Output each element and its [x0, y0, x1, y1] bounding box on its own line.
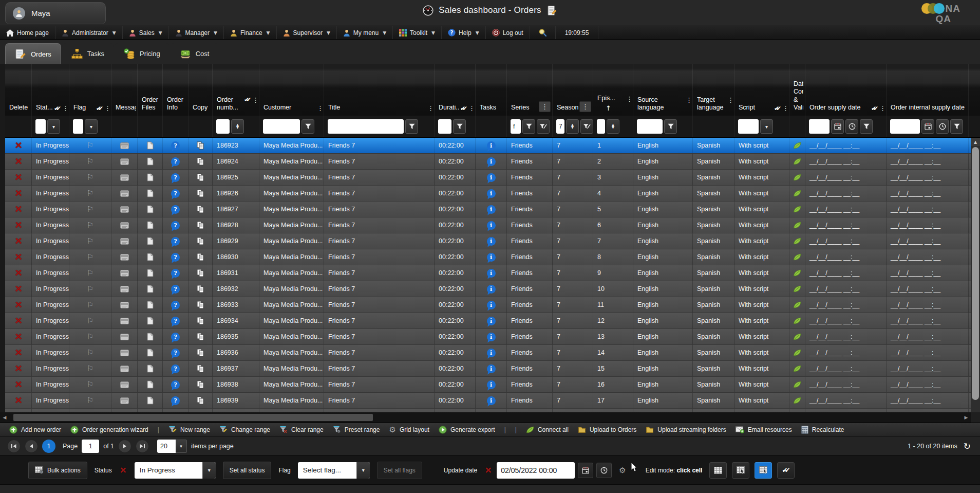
- table-row[interactable]: In Progress⚐?186938Maya Media Produ...Fr…: [5, 377, 971, 393]
- date-settings-gear-icon[interactable]: ⚙: [619, 466, 626, 475]
- tasks-info-icon[interactable]: i: [487, 141, 496, 150]
- copy-icon[interactable]: [197, 301, 204, 309]
- order-files-icon[interactable]: [147, 237, 154, 245]
- menu-item-supervisor[interactable]: Supervisor▼: [277, 26, 337, 39]
- last-page-button[interactable]: [136, 440, 149, 453]
- filter-funnel-icon[interactable]: [950, 119, 963, 134]
- delete-icon[interactable]: [14, 173, 23, 181]
- order-files-icon[interactable]: [147, 380, 154, 389]
- message-icon[interactable]: [120, 318, 129, 324]
- order-files-icon[interactable]: [147, 173, 154, 181]
- flag-icon[interactable]: ⚐: [87, 252, 93, 262]
- column-menu-icon[interactable]: ⋮: [782, 104, 787, 112]
- column-header-flag[interactable]: Flag✔✔⋮: [69, 64, 111, 116]
- vertical-scrollbar[interactable]: ▲: [971, 138, 980, 412]
- copy-icon[interactable]: [197, 285, 204, 293]
- filter-input-flag[interactable]: [73, 119, 83, 134]
- message-icon[interactable]: [120, 190, 129, 197]
- toolbar-button-grid-layout[interactable]: ⚙Grid layout: [389, 425, 429, 434]
- message-icon[interactable]: [120, 254, 129, 261]
- tasks-info-icon[interactable]: i: [487, 333, 496, 341]
- tasks-info-icon[interactable]: i: [487, 269, 496, 278]
- table-row[interactable]: In Progress⚐?186933Maya Media Produ...Fr…: [5, 297, 971, 313]
- filter-funnel-icon[interactable]: [405, 119, 418, 134]
- column-menu-icon[interactable]: ⋮: [727, 96, 732, 104]
- clear-status-icon[interactable]: [120, 466, 127, 473]
- copy-icon[interactable]: [197, 189, 204, 197]
- select-all-check-icon[interactable]: ✔✔: [460, 105, 464, 112]
- tasks-info-icon[interactable]: i: [487, 173, 496, 182]
- order-info-icon[interactable]: ?: [171, 253, 180, 262]
- delete-icon[interactable]: [14, 285, 23, 293]
- flag-icon[interactable]: ⚐: [87, 205, 93, 214]
- copy-icon[interactable]: [197, 157, 204, 166]
- select-all-check-icon[interactable]: ✔✔: [244, 96, 248, 103]
- menu-item-my-menu[interactable]: My menu▼: [337, 26, 393, 39]
- tasks-info-icon[interactable]: i: [487, 285, 496, 294]
- menu-item-administrator[interactable]: Administrator▼: [55, 26, 123, 39]
- order-files-icon[interactable]: [147, 253, 154, 261]
- prev-page-button[interactable]: [25, 440, 38, 453]
- table-row[interactable]: In Progress⚐?186928Maya Media Produ...Fr…: [5, 217, 971, 233]
- message-icon[interactable]: [120, 381, 129, 388]
- filter-dropdown-icon[interactable]: ▾: [85, 119, 98, 134]
- order-files-icon[interactable]: [147, 317, 154, 325]
- message-icon[interactable]: [120, 302, 129, 308]
- toolbar-button-change-range[interactable]: Change range: [219, 426, 270, 433]
- tasks-info-icon[interactable]: i: [487, 317, 496, 325]
- column-header-order-number[interactable]: Order numb...✔✔⋮: [213, 64, 259, 116]
- order-files-icon[interactable]: [147, 396, 154, 405]
- delete-icon[interactable]: [14, 269, 23, 277]
- column-header-status[interactable]: Stat...✔✔⋮: [32, 64, 69, 116]
- copy-icon[interactable]: [197, 205, 204, 213]
- tasks-info-icon[interactable]: i: [487, 380, 496, 389]
- tasks-info-icon[interactable]: i: [487, 349, 496, 357]
- delete-icon[interactable]: [14, 380, 23, 389]
- delete-icon[interactable]: [14, 333, 23, 341]
- toolbar-button-recalculate[interactable]: Recalculate: [801, 426, 844, 434]
- message-icon[interactable]: [120, 270, 129, 277]
- flag-icon[interactable]: ⚐: [87, 364, 93, 373]
- filter-input-order-internal-supply-date[interactable]: [890, 119, 920, 134]
- column-header-tasks[interactable]: Tasks: [476, 64, 507, 116]
- table-row[interactable]: In Progress⚐?186930Maya Media Produ...Fr…: [5, 249, 971, 265]
- filter-funnel-icon[interactable]: [522, 119, 535, 134]
- order-files-icon[interactable]: [147, 349, 154, 357]
- menu-item-logout[interactable]: Log out: [486, 26, 530, 39]
- page-input[interactable]: [82, 440, 99, 453]
- message-icon[interactable]: [120, 397, 129, 404]
- toolbar-button-order-generation-wizard[interactable]: Order generation wizard: [70, 426, 148, 434]
- column-menu-icon[interactable]: ⋮: [879, 104, 884, 112]
- message-icon[interactable]: [120, 206, 129, 213]
- tasks-info-icon[interactable]: i: [487, 396, 496, 405]
- first-page-button[interactable]: [7, 440, 21, 453]
- order-files-icon[interactable]: [147, 364, 154, 373]
- table-row[interactable]: In Progress⚐?186936Maya Media Produ...Fr…: [5, 345, 971, 361]
- select-all-check-icon[interactable]: ✔✔: [54, 105, 58, 112]
- order-info-icon[interactable]: ?: [171, 349, 180, 357]
- filter-input-order-supply-date[interactable]: [809, 119, 830, 134]
- current-page-badge[interactable]: 1: [42, 440, 55, 453]
- column-header-message[interactable]: Message: [111, 64, 138, 116]
- filter-clock-icon[interactable]: [845, 119, 858, 134]
- flag-select-caret-icon[interactable]: ▾: [356, 462, 370, 479]
- toolbar-button-upload-streaming-folders[interactable]: Upload streaming folders: [646, 426, 726, 433]
- copy-icon[interactable]: [197, 396, 204, 405]
- table-row[interactable]: In Progress⚐?186925Maya Media Produ...Fr…: [5, 170, 971, 186]
- select-all-check-icon[interactable]: ✔✔: [871, 105, 875, 112]
- filter-spinner[interactable]: ▲▼: [607, 119, 619, 134]
- delete-icon[interactable]: [14, 141, 23, 150]
- filter-dropdown-icon[interactable]: ▾: [760, 119, 773, 134]
- delete-icon[interactable]: [14, 237, 23, 245]
- order-info-icon[interactable]: ?: [171, 205, 180, 214]
- column-header-target-language[interactable]: Target language⋮: [693, 64, 734, 116]
- table-row[interactable]: In Progress⚐?186931Maya Media Produ...Fr…: [5, 265, 971, 281]
- toolbar-button-upload-to-orders[interactable]: Upload to Orders: [578, 426, 636, 433]
- delete-icon[interactable]: [14, 349, 23, 357]
- items-per-page-select[interactable]: ▾: [157, 440, 187, 453]
- filter-funnel-icon[interactable]: [664, 119, 677, 134]
- filter-input-source-language[interactable]: [637, 119, 663, 134]
- table-row[interactable]: In Progress⚐?186939Maya Media Produ...Fr…: [5, 393, 971, 409]
- toolbar-button-preset-range[interactable]: Preset range: [333, 426, 380, 433]
- delete-icon[interactable]: [14, 157, 23, 166]
